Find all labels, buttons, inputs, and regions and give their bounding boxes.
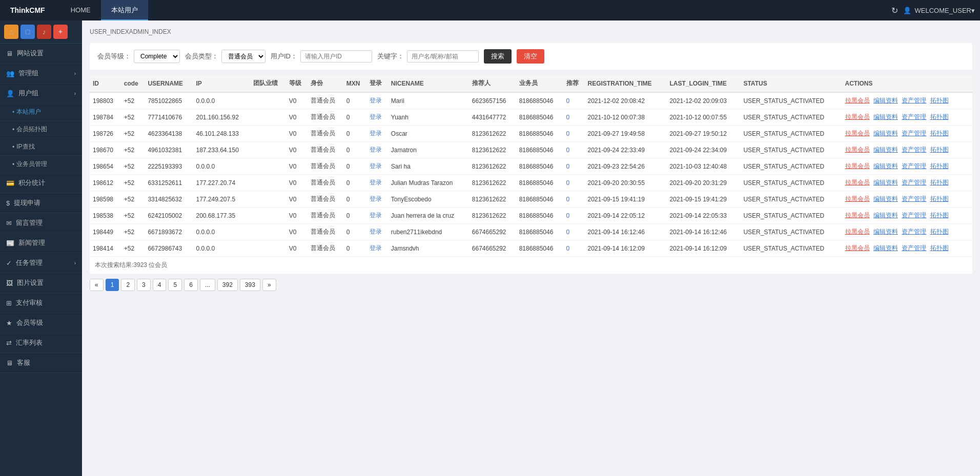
action-topology[interactable]: 拓扑图	[930, 195, 949, 202]
action-blacklist[interactable]: 拉黑会员	[845, 228, 870, 235]
action-blacklist[interactable]: 拉黑会员	[845, 113, 870, 120]
pagination-page-3[interactable]: 3	[137, 279, 151, 291]
action-blacklist[interactable]: 拉黑会员	[845, 162, 870, 170]
sidebar-item-member-level[interactable]: ★ 会员等级	[0, 313, 82, 333]
pagination-page-393[interactable]: 393	[240, 279, 260, 291]
action-asset-manage[interactable]: 资产管理	[902, 195, 926, 202]
sidebar-subitem-site-users[interactable]: 本站用户	[0, 104, 82, 121]
sidebar-item-points[interactable]: 💳 积分统计	[0, 173, 82, 193]
cell-login[interactable]: 登录	[366, 92, 388, 109]
action-topology[interactable]: 拓扑图	[930, 130, 949, 137]
cell-login[interactable]: 登录	[366, 191, 388, 208]
cell-recommend[interactable]: 0	[563, 240, 585, 257]
action-asset-manage[interactable]: 资产管理	[902, 162, 926, 170]
action-edit-profile[interactable]: 编辑资料	[873, 179, 898, 186]
refresh-icon[interactable]: ↻	[891, 6, 898, 15]
action-edit-profile[interactable]: 编辑资料	[873, 212, 898, 219]
cell-recommend[interactable]: 0	[563, 142, 585, 158]
sidebar-item-tasks[interactable]: ✓ 任务管理 ›	[0, 253, 82, 273]
action-topology[interactable]: 拓扑图	[930, 113, 949, 120]
action-edit-profile[interactable]: 编辑资料	[873, 113, 898, 120]
sidebar-icon-home[interactable]: ⌂	[4, 25, 18, 39]
pagination-first[interactable]: «	[90, 279, 104, 291]
cell-recommend[interactable]: 0	[563, 191, 585, 208]
action-edit-profile[interactable]: 编辑资料	[873, 228, 898, 235]
sidebar-item-user-group[interactable]: 👤 用户组 ›	[0, 84, 82, 104]
nav-users[interactable]: 本站用户	[101, 0, 148, 20]
action-blacklist[interactable]: 拉黑会员	[845, 146, 870, 153]
sidebar-item-admin-group[interactable]: 👥 管理组 ›	[0, 64, 82, 84]
sidebar-subitem-agent-manage[interactable]: 业务员管理	[0, 156, 82, 173]
sidebar-item-messages[interactable]: ✉ 留言管理	[0, 213, 82, 233]
search-button[interactable]: 搜索	[484, 49, 512, 64]
filter-type-select[interactable]: 普通会员 代理会员	[221, 50, 266, 63]
action-asset-manage[interactable]: 资产管理	[902, 179, 926, 186]
action-blacklist[interactable]: 拉黑会员	[845, 179, 870, 186]
sidebar-item-website-settings[interactable]: 🖥 网站设置	[0, 44, 82, 64]
pagination-page-1[interactable]: 1	[106, 279, 119, 291]
cell-recommend[interactable]: 0	[563, 126, 585, 142]
pagination-page-392[interactable]: 392	[217, 279, 238, 291]
cell-recommend[interactable]: 0	[563, 158, 585, 175]
user-label[interactable]: WELCOME_USER▾	[914, 7, 975, 14]
action-asset-manage[interactable]: 资产管理	[902, 244, 926, 252]
action-asset-manage[interactable]: 资产管理	[902, 212, 926, 219]
sidebar-icon-note[interactable]: ♪	[37, 25, 51, 39]
pagination-page-4[interactable]: 4	[153, 279, 167, 291]
cell-recommend[interactable]: 0	[563, 92, 585, 109]
pagination-page-6[interactable]: 6	[184, 279, 198, 291]
action-blacklist[interactable]: 拉黑会员	[845, 244, 870, 252]
cell-login[interactable]: 登录	[366, 240, 388, 257]
action-edit-profile[interactable]: 编辑资料	[873, 244, 898, 252]
nav-home[interactable]: HOME	[60, 0, 101, 20]
action-topology[interactable]: 拓扑图	[930, 146, 949, 153]
pagination-next[interactable]: »	[262, 279, 276, 291]
action-asset-manage[interactable]: 资产管理	[902, 130, 926, 137]
action-blacklist[interactable]: 拉黑会员	[845, 97, 870, 104]
cell-login[interactable]: 登录	[366, 208, 388, 224]
action-asset-manage[interactable]: 资产管理	[902, 228, 926, 235]
action-topology[interactable]: 拓扑图	[930, 97, 949, 104]
action-asset-manage[interactable]: 资产管理	[902, 113, 926, 120]
action-topology[interactable]: 拓扑图	[930, 212, 949, 219]
clear-button[interactable]: 清空	[517, 49, 544, 64]
sidebar-icon-layout[interactable]: □	[21, 25, 35, 39]
action-blacklist[interactable]: 拉黑会员	[845, 195, 870, 202]
cell-recommend[interactable]: 0	[563, 208, 585, 224]
sidebar-item-payment[interactable]: ⊞ 支付审核	[0, 293, 82, 313]
cell-recommend[interactable]: 0	[563, 175, 585, 191]
filter-uid-input[interactable]	[300, 50, 372, 63]
cell-login[interactable]: 登录	[366, 224, 388, 240]
sidebar-item-exchange[interactable]: ⇄ 汇率列表	[0, 333, 82, 353]
sidebar-item-news[interactable]: 📰 新闻管理	[0, 233, 82, 253]
cell-recommend[interactable]: 0	[563, 109, 585, 126]
pagination-page-5[interactable]: 5	[168, 279, 182, 291]
filter-keyword-input[interactable]	[407, 50, 479, 63]
cell-login[interactable]: 登录	[366, 109, 388, 126]
action-blacklist[interactable]: 拉黑会员	[845, 212, 870, 219]
action-topology[interactable]: 拓扑图	[930, 228, 949, 235]
sidebar-subitem-member-topology[interactable]: 会员拓扑图	[0, 121, 82, 138]
action-edit-profile[interactable]: 编辑资料	[873, 162, 898, 170]
sidebar-subitem-ip-search[interactable]: IP查找	[0, 138, 82, 156]
action-edit-profile[interactable]: 编辑资料	[873, 97, 898, 104]
action-blacklist[interactable]: 拉黑会员	[845, 130, 870, 137]
cell-login[interactable]: 登录	[366, 158, 388, 175]
sidebar-item-support[interactable]: 🖥 客服	[0, 353, 82, 373]
action-edit-profile[interactable]: 编辑资料	[873, 130, 898, 137]
cell-recommend[interactable]: 0	[563, 224, 585, 240]
cell-login[interactable]: 登录	[366, 175, 388, 191]
action-asset-manage[interactable]: 资产管理	[902, 146, 926, 153]
sidebar-icon-star[interactable]: ✦	[53, 25, 68, 39]
pagination-page-2[interactable]: 2	[121, 279, 135, 291]
action-topology[interactable]: 拓扑图	[930, 162, 949, 170]
sidebar-item-images[interactable]: 🖼 图片设置	[0, 273, 82, 293]
filter-level-select[interactable]: Complete V0 V1 V2 V3	[134, 50, 180, 63]
action-edit-profile[interactable]: 编辑资料	[873, 195, 898, 202]
action-topology[interactable]: 拓扑图	[930, 179, 949, 186]
action-topology[interactable]: 拓扑图	[930, 244, 949, 252]
action-asset-manage[interactable]: 资产管理	[902, 97, 926, 104]
sidebar-item-withdraw[interactable]: $ 提现申请	[0, 193, 82, 213]
cell-login[interactable]: 登录	[366, 142, 388, 158]
action-edit-profile[interactable]: 编辑资料	[873, 146, 898, 153]
